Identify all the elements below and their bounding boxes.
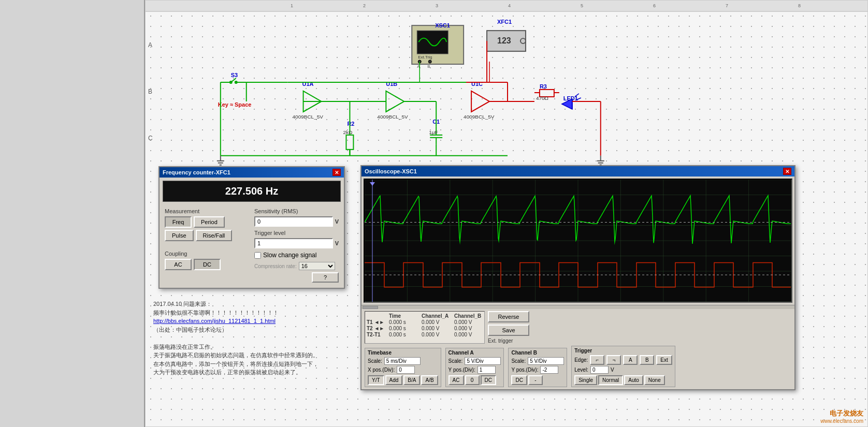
watermark-url: www.elecfans.com	[820, 418, 863, 424]
dc-coupling-btn[interactable]: DC	[194, 259, 221, 270]
osc-t2t1-chb: 0.000 V	[454, 332, 483, 337]
notes-line6: 关于振荡电路不启振的初始状态问题，在仿真软件中经常遇到的。	[153, 351, 350, 360]
left-panel	[0, 0, 145, 427]
cha-ac-btn[interactable]: AC	[449, 375, 464, 385]
yt-btn[interactable]: Y/T	[368, 375, 384, 385]
notes-line5: 振荡电路没在正常工作。	[153, 343, 350, 351]
pulse-btn[interactable]: Pulse	[165, 230, 194, 241]
trigger-label: Trigger level	[254, 230, 339, 236]
trigger-row: V	[254, 238, 339, 248]
auto-btn[interactable]: Auto	[624, 375, 643, 385]
timebase-title: Timebase	[368, 350, 438, 356]
freq-counter-close-btn[interactable]: ✕	[332, 169, 341, 176]
osc-t2t1-cha: 0.000 V	[422, 332, 450, 337]
channel-a-panel: Channel A Scale: Y pos.(Div): AC 0 DC	[445, 348, 504, 387]
timebase-xpos-label: X pos.(Div):	[368, 367, 395, 373]
timebase-scale-input[interactable]	[384, 357, 421, 365]
coupling-btn-row: AC DC	[165, 259, 249, 270]
timebase-scale-label: Scale:	[368, 358, 382, 364]
channel-a-title: Channel A	[449, 350, 501, 356]
freq-right-panel: Sensitivity (RMS) V Trigger level V Slow…	[254, 208, 339, 283]
osc-scrollbar[interactable]	[361, 305, 794, 309]
chb-dc-btn[interactable]: DC	[511, 375, 527, 385]
chb-scale-row: Scale:	[511, 357, 564, 365]
osc-t2t1-row: T2-T1 0.000 s 0.000 V 0.000 V	[367, 332, 483, 337]
chb-scale-input[interactable]	[528, 357, 564, 365]
cha-ypos-input[interactable]	[478, 366, 496, 374]
compression-select[interactable]: 16	[299, 262, 335, 270]
osc-measurements-row: Time Channel_A Channel_B T1 ◄► 0.000 s 0…	[365, 311, 791, 344]
watermark: 电子发烧友 www.elecfans.com	[820, 409, 863, 424]
osc-t1-time: 0.000 s	[389, 319, 417, 325]
timebase-xpos-row: X pos.(Div):	[368, 366, 438, 374]
svg-text:Ext.Trig: Ext.Trig	[418, 55, 432, 60]
notes-area: 2017.04.10 问题来源： 频率计貌似很不靠谱啊！！！！！！！！！！！！ …	[153, 300, 350, 377]
compression-label: Compression rate:	[254, 263, 297, 269]
chb-minus-btn[interactable]: -	[528, 375, 543, 385]
ba-btn[interactable]: B/A	[403, 375, 420, 385]
timebase-scale-row: Scale:	[368, 357, 438, 365]
svg-text:R2: R2	[347, 121, 354, 127]
freq-btn[interactable]: Freq	[165, 216, 192, 228]
svg-text:XFC1: XFC1	[497, 19, 512, 25]
osc-scroll-thumb[interactable]	[363, 306, 378, 309]
trigger-unit: V	[335, 240, 339, 246]
trigger-edge-label: Edge:	[574, 357, 588, 363]
svg-text:123: 123	[497, 36, 511, 45]
none-btn[interactable]: None	[644, 375, 665, 385]
chb-ypos-input[interactable]	[540, 366, 558, 374]
svg-rect-14	[417, 31, 448, 54]
slow-change-row: Slow change signal	[254, 252, 339, 259]
freq-counter-help-btn[interactable]: ?	[312, 272, 339, 283]
normal-btn[interactable]: Normal	[598, 375, 623, 385]
trigger-input[interactable]	[254, 238, 333, 248]
ac-coupling-btn[interactable]: AC	[165, 259, 192, 270]
osc-time-header: Time	[389, 313, 417, 319]
timebase-mode-btns: Y/T Add B/A A/B	[368, 375, 438, 385]
ab-btn[interactable]: A/B	[421, 375, 438, 385]
notes-line7: 在本仿真电路中，添加一个按钮开关，将所连接点短路到地一下，	[153, 360, 350, 369]
trigger-level-label: Level:	[574, 367, 588, 373]
freq-body: Measurement Freq Period Pulse Rise/Fall …	[160, 205, 344, 288]
oscilloscope-close-btn[interactable]: ✕	[783, 168, 791, 175]
reverse-btn[interactable]: Reverse	[488, 311, 529, 322]
slow-change-checkbox[interactable]	[254, 252, 261, 259]
svg-text:4009BCL_5V: 4009BCL_5V	[293, 114, 324, 120]
osc-controls: Time Channel_A Channel_B T1 ◄► 0.000 s 0…	[361, 309, 794, 389]
osc-chb-header: Channel_B	[454, 313, 483, 319]
notes-line3: （出处：中国电子技术论坛）	[153, 326, 350, 334]
trigger-b-btn[interactable]: B	[640, 355, 654, 365]
measurement-btn-row2: Pulse Rise/Fall	[165, 230, 249, 241]
cha-zero-btn[interactable]: 0	[465, 375, 480, 385]
rise-fall-btn[interactable]: Rise/Fall	[196, 230, 233, 241]
svg-text:B: B	[427, 64, 430, 69]
svg-text:U1C: U1C	[471, 81, 483, 87]
svg-text:B: B	[148, 88, 152, 95]
trigger-fall-btn[interactable]: ¬	[606, 355, 621, 365]
single-btn[interactable]: Single	[574, 375, 597, 385]
cha-scale-input[interactable]	[465, 357, 501, 365]
cha-dc-btn[interactable]: DC	[481, 375, 496, 385]
osc-cha-header: Channel_A	[422, 313, 450, 319]
svg-text:A: A	[148, 41, 152, 49]
trigger-a-btn[interactable]: A	[623, 355, 638, 365]
timebase-xpos-input[interactable]	[397, 366, 415, 374]
osc-t2t1-label: T2-T1	[367, 332, 385, 337]
svg-point-29	[229, 81, 233, 84]
osc-bottom-row: Timebase Scale: X pos.(Div): Y/T Add B/A…	[365, 346, 791, 387]
sensitivity-input[interactable]	[254, 216, 333, 227]
svg-rect-43	[346, 135, 353, 150]
timebase-panel: Timebase Scale: X pos.(Div): Y/T Add B/A…	[365, 348, 441, 387]
osc-col-blank	[367, 313, 385, 319]
save-btn[interactable]: Save	[488, 325, 529, 336]
notes-date: 2017.04.10 问题来源：	[153, 300, 350, 308]
reverse-save-panel: Reverse Save Ext. trigger	[488, 311, 529, 344]
add-btn[interactable]: Add	[385, 375, 403, 385]
svg-text:XSC1: XSC1	[435, 22, 450, 28]
trigger-ext-btn[interactable]: Ext	[656, 355, 672, 365]
freq-counter-title: Frequency counter-XFC1	[163, 169, 230, 175]
ext-trigger-label: Ext. trigger	[488, 338, 529, 344]
period-btn[interactable]: Period	[194, 216, 225, 228]
trigger-rise-btn[interactable]: ⌐	[590, 355, 604, 365]
trigger-level-input[interactable]	[590, 366, 609, 374]
